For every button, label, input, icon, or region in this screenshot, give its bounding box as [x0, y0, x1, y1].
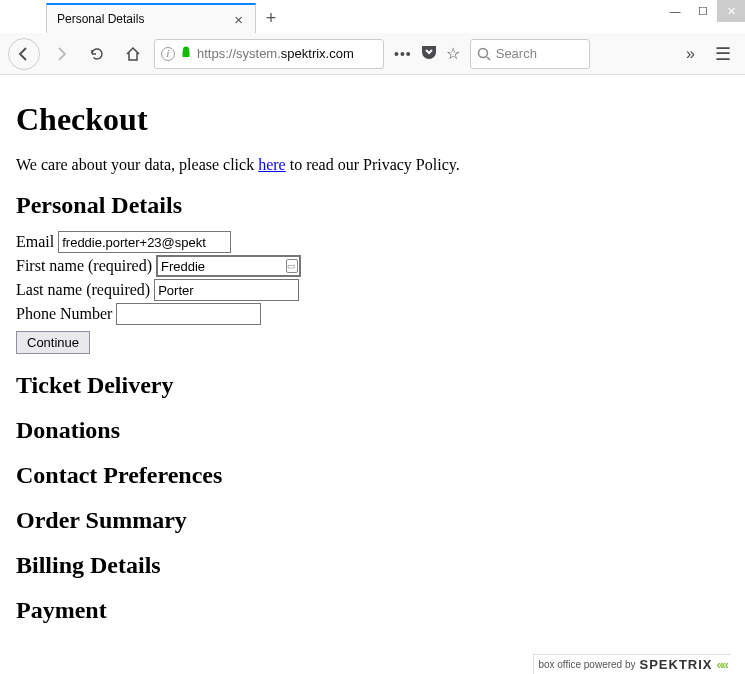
- powered-by-footer: box office powered by SPEKTRIX««: [533, 654, 731, 674]
- section-donations: Donations: [16, 417, 729, 444]
- first-name-field[interactable]: [156, 255, 301, 277]
- url-subdomain: system.: [236, 46, 281, 61]
- minimize-button[interactable]: —: [661, 0, 689, 22]
- arrow-right-icon: [53, 46, 69, 62]
- url-text: https://system.spektrix.com: [197, 46, 354, 61]
- search-bar[interactable]: Search: [470, 39, 590, 69]
- section-ticket-delivery: Ticket Delivery: [16, 372, 729, 399]
- maximize-button[interactable]: ☐: [689, 0, 717, 22]
- email-row: Email: [16, 231, 729, 253]
- privacy-text-pre: We care about your data, please click: [16, 156, 258, 173]
- email-field[interactable]: [58, 231, 231, 253]
- first-name-label: First name (required): [16, 257, 152, 275]
- page-viewport[interactable]: Checkout We care about your data, please…: [0, 75, 745, 674]
- reload-button[interactable]: [82, 39, 112, 69]
- brand-chevron-icon: ««: [717, 657, 727, 672]
- toolbar-overflow-icon[interactable]: »: [678, 45, 703, 63]
- last-name-label: Last name (required): [16, 281, 150, 299]
- section-payment: Payment: [16, 597, 729, 624]
- page-actions: ••• ☆: [390, 44, 464, 63]
- bookmark-star-icon[interactable]: ☆: [446, 44, 460, 63]
- home-icon: [125, 46, 141, 62]
- browser-tab[interactable]: Personal Details ×: [46, 3, 256, 33]
- email-label: Email: [16, 233, 54, 251]
- privacy-link[interactable]: here: [258, 156, 286, 173]
- url-host: spektrix.com: [281, 46, 354, 61]
- page-title: Checkout: [16, 101, 729, 138]
- section-billing-details: Billing Details: [16, 552, 729, 579]
- forward-button: [46, 39, 76, 69]
- arrow-left-icon: [16, 46, 32, 62]
- continue-button[interactable]: Continue: [16, 331, 90, 354]
- site-info-icon[interactable]: i: [161, 47, 175, 61]
- reload-icon: [89, 46, 105, 62]
- pocket-icon[interactable]: [420, 44, 438, 63]
- svg-point-0: [478, 48, 487, 57]
- section-contact-preferences: Contact Preferences: [16, 462, 729, 489]
- url-scheme: https://: [197, 46, 236, 61]
- window-titlebar: Personal Details × + — ☐ ✕: [0, 0, 745, 33]
- phone-label: Phone Number: [16, 305, 112, 323]
- tab-title: Personal Details: [57, 12, 232, 26]
- section-personal-details: Personal Details: [16, 192, 729, 219]
- footer-brand: SPEKTRIX: [640, 657, 713, 672]
- phone-field[interactable]: [116, 303, 261, 325]
- page-actions-menu-icon[interactable]: •••: [394, 46, 412, 62]
- section-order-summary: Order Summary: [16, 507, 729, 534]
- url-bar[interactable]: i https://system.spektrix.com: [154, 39, 384, 69]
- new-tab-button[interactable]: +: [256, 3, 286, 33]
- back-button[interactable]: [8, 38, 40, 70]
- phone-row: Phone Number: [16, 303, 729, 325]
- app-menu-icon[interactable]: ☰: [709, 43, 737, 65]
- nav-toolbar: i https://system.spektrix.com ••• ☆ Sear…: [0, 33, 745, 75]
- window-controls: — ☐ ✕: [661, 0, 745, 22]
- privacy-text-post: to read our Privacy Policy.: [286, 156, 460, 173]
- search-placeholder: Search: [496, 46, 537, 61]
- last-name-row: Last name (required): [16, 279, 729, 301]
- footer-text: box office powered by: [538, 659, 635, 670]
- home-button[interactable]: [118, 39, 148, 69]
- search-icon: [477, 47, 491, 61]
- privacy-notice: We care about your data, please click he…: [16, 156, 729, 174]
- lock-icon: [180, 46, 192, 61]
- first-name-row: First name (required) ▭: [16, 255, 729, 277]
- tab-strip: Personal Details × +: [0, 0, 286, 33]
- close-tab-icon[interactable]: ×: [232, 11, 245, 28]
- close-window-button[interactable]: ✕: [717, 0, 745, 22]
- last-name-field[interactable]: [154, 279, 299, 301]
